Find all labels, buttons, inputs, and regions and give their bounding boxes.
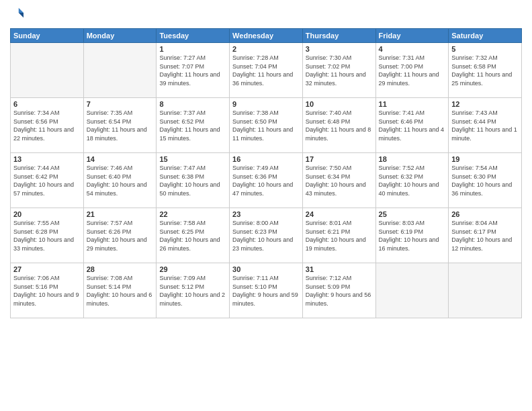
day-number: 29 bbox=[159, 265, 226, 273]
calendar-cell bbox=[83, 43, 157, 98]
calendar-page: SundayMondayTuesdayWednesdayThursdayFrid… bbox=[0, 0, 532, 411]
day-number: 12 bbox=[451, 100, 519, 108]
day-info: Sunrise: 7:41 AM Sunset: 6:46 PM Dayligh… bbox=[379, 109, 446, 142]
day-info: Sunrise: 8:04 AM Sunset: 6:17 PM Dayligh… bbox=[451, 219, 519, 253]
svg-marker-1 bbox=[19, 13, 24, 17]
day-info: Sunrise: 7:54 AM Sunset: 6:30 PM Dayligh… bbox=[451, 164, 519, 197]
calendar-cell: 26Sunrise: 8:04 AM Sunset: 6:17 PM Dayli… bbox=[449, 208, 522, 263]
weekday-header-sunday: Sunday bbox=[11, 29, 84, 43]
calendar-cell: 27Sunrise: 7:06 AM Sunset: 5:16 PM Dayli… bbox=[11, 263, 84, 318]
calendar-cell: 14Sunrise: 7:46 AM Sunset: 6:40 PM Dayli… bbox=[83, 153, 157, 208]
calendar-cell: 6Sunrise: 7:34 AM Sunset: 6:56 PM Daylig… bbox=[11, 98, 84, 153]
day-number: 11 bbox=[379, 100, 446, 108]
header bbox=[10, 7, 522, 23]
day-number: 3 bbox=[306, 45, 373, 53]
day-number: 24 bbox=[306, 210, 373, 218]
day-info: Sunrise: 8:03 AM Sunset: 6:19 PM Dayligh… bbox=[379, 219, 446, 253]
day-number: 30 bbox=[232, 265, 300, 273]
day-number: 15 bbox=[159, 155, 226, 163]
day-number: 4 bbox=[379, 45, 446, 53]
day-info: Sunrise: 7:27 AM Sunset: 7:07 PM Dayligh… bbox=[159, 54, 226, 87]
day-info: Sunrise: 8:01 AM Sunset: 6:21 PM Dayligh… bbox=[306, 219, 373, 253]
calendar-cell bbox=[11, 43, 84, 98]
calendar-cell: 12Sunrise: 7:43 AM Sunset: 6:44 PM Dayli… bbox=[449, 98, 522, 153]
calendar-cell: 7Sunrise: 7:35 AM Sunset: 6:54 PM Daylig… bbox=[83, 98, 157, 153]
logo bbox=[10, 7, 25, 23]
day-info: Sunrise: 7:47 AM Sunset: 6:38 PM Dayligh… bbox=[159, 164, 226, 197]
day-info: Sunrise: 7:49 AM Sunset: 6:36 PM Dayligh… bbox=[232, 164, 300, 197]
day-number: 22 bbox=[159, 210, 226, 218]
day-number: 20 bbox=[13, 210, 81, 218]
week-row-2: 6Sunrise: 7:34 AM Sunset: 6:56 PM Daylig… bbox=[11, 98, 522, 153]
week-row-5: 27Sunrise: 7:06 AM Sunset: 5:16 PM Dayli… bbox=[11, 263, 522, 318]
day-info: Sunrise: 7:43 AM Sunset: 6:44 PM Dayligh… bbox=[451, 109, 519, 142]
calendar-cell: 18Sunrise: 7:52 AM Sunset: 6:32 PM Dayli… bbox=[375, 153, 449, 208]
calendar-cell: 17Sunrise: 7:50 AM Sunset: 6:34 PM Dayli… bbox=[302, 153, 375, 208]
day-number: 25 bbox=[379, 210, 446, 218]
day-info: Sunrise: 7:38 AM Sunset: 6:50 PM Dayligh… bbox=[232, 109, 300, 142]
day-number: 9 bbox=[232, 100, 300, 108]
day-info: Sunrise: 7:12 AM Sunset: 5:09 PM Dayligh… bbox=[306, 274, 373, 308]
day-info: Sunrise: 7:57 AM Sunset: 6:26 PM Dayligh… bbox=[87, 219, 154, 253]
day-info: Sunrise: 7:40 AM Sunset: 6:48 PM Dayligh… bbox=[306, 109, 373, 142]
logo-icon bbox=[10, 7, 24, 20]
calendar-cell: 21Sunrise: 7:57 AM Sunset: 6:26 PM Dayli… bbox=[83, 208, 157, 263]
day-number: 7 bbox=[87, 100, 154, 108]
weekday-header-wednesday: Wednesday bbox=[230, 29, 303, 43]
calendar-cell: 20Sunrise: 7:55 AM Sunset: 6:28 PM Dayli… bbox=[11, 208, 84, 263]
calendar-cell bbox=[375, 263, 449, 318]
day-info: Sunrise: 7:11 AM Sunset: 5:10 PM Dayligh… bbox=[232, 274, 300, 308]
day-number: 16 bbox=[232, 155, 300, 163]
day-number: 26 bbox=[451, 210, 519, 218]
calendar-cell: 30Sunrise: 7:11 AM Sunset: 5:10 PM Dayli… bbox=[230, 263, 303, 318]
week-row-3: 13Sunrise: 7:44 AM Sunset: 6:42 PM Dayli… bbox=[11, 153, 522, 208]
day-number: 18 bbox=[379, 155, 446, 163]
calendar-cell: 3Sunrise: 7:30 AM Sunset: 7:02 PM Daylig… bbox=[302, 43, 375, 98]
day-info: Sunrise: 7:34 AM Sunset: 6:56 PM Dayligh… bbox=[13, 109, 81, 142]
calendar-cell: 22Sunrise: 7:58 AM Sunset: 6:25 PM Dayli… bbox=[157, 208, 230, 263]
day-number: 1 bbox=[159, 45, 226, 53]
day-number: 14 bbox=[87, 155, 154, 163]
day-info: Sunrise: 7:08 AM Sunset: 5:14 PM Dayligh… bbox=[87, 274, 154, 308]
calendar-cell: 31Sunrise: 7:12 AM Sunset: 5:09 PM Dayli… bbox=[302, 263, 375, 318]
day-info: Sunrise: 7:35 AM Sunset: 6:54 PM Dayligh… bbox=[87, 109, 154, 142]
calendar-cell: 24Sunrise: 8:01 AM Sunset: 6:21 PM Dayli… bbox=[302, 208, 375, 263]
calendar-table: SundayMondayTuesdayWednesdayThursdayFrid… bbox=[10, 28, 522, 318]
day-info: Sunrise: 7:46 AM Sunset: 6:40 PM Dayligh… bbox=[87, 164, 154, 197]
day-number: 2 bbox=[232, 45, 300, 53]
day-info: Sunrise: 7:06 AM Sunset: 5:16 PM Dayligh… bbox=[13, 274, 81, 308]
calendar-cell: 8Sunrise: 7:37 AM Sunset: 6:52 PM Daylig… bbox=[157, 98, 230, 153]
calendar-header: SundayMondayTuesdayWednesdayThursdayFrid… bbox=[11, 29, 522, 43]
week-row-4: 20Sunrise: 7:55 AM Sunset: 6:28 PM Dayli… bbox=[11, 208, 522, 263]
calendar-cell: 2Sunrise: 7:28 AM Sunset: 7:04 PM Daylig… bbox=[230, 43, 303, 98]
calendar-body: 1Sunrise: 7:27 AM Sunset: 7:07 PM Daylig… bbox=[11, 43, 522, 318]
week-row-1: 1Sunrise: 7:27 AM Sunset: 7:07 PM Daylig… bbox=[11, 43, 522, 98]
day-info: Sunrise: 7:58 AM Sunset: 6:25 PM Dayligh… bbox=[159, 219, 226, 253]
weekday-header-friday: Friday bbox=[375, 29, 449, 43]
calendar-cell: 16Sunrise: 7:49 AM Sunset: 6:36 PM Dayli… bbox=[230, 153, 303, 208]
weekday-header-saturday: Saturday bbox=[449, 29, 522, 43]
calendar-cell: 19Sunrise: 7:54 AM Sunset: 6:30 PM Dayli… bbox=[449, 153, 522, 208]
calendar-cell: 28Sunrise: 7:08 AM Sunset: 5:14 PM Dayli… bbox=[83, 263, 157, 318]
calendar-cell: 4Sunrise: 7:31 AM Sunset: 7:00 PM Daylig… bbox=[375, 43, 449, 98]
calendar-cell: 11Sunrise: 7:41 AM Sunset: 6:46 PM Dayli… bbox=[375, 98, 449, 153]
day-number: 13 bbox=[13, 155, 81, 163]
day-info: Sunrise: 7:55 AM Sunset: 6:28 PM Dayligh… bbox=[13, 219, 81, 253]
weekday-header-thursday: Thursday bbox=[302, 29, 375, 43]
day-info: Sunrise: 8:00 AM Sunset: 6:23 PM Dayligh… bbox=[232, 219, 300, 253]
calendar-cell: 1Sunrise: 7:27 AM Sunset: 7:07 PM Daylig… bbox=[157, 43, 230, 98]
calendar-cell: 10Sunrise: 7:40 AM Sunset: 6:48 PM Dayli… bbox=[302, 98, 375, 153]
day-info: Sunrise: 7:32 AM Sunset: 6:58 PM Dayligh… bbox=[451, 54, 519, 87]
calendar-cell: 9Sunrise: 7:38 AM Sunset: 6:50 PM Daylig… bbox=[230, 98, 303, 153]
day-number: 27 bbox=[13, 265, 81, 273]
calendar-cell: 5Sunrise: 7:32 AM Sunset: 6:58 PM Daylig… bbox=[449, 43, 522, 98]
calendar-cell: 13Sunrise: 7:44 AM Sunset: 6:42 PM Dayli… bbox=[11, 153, 84, 208]
day-number: 28 bbox=[87, 265, 154, 273]
day-number: 19 bbox=[451, 155, 519, 163]
day-info: Sunrise: 7:09 AM Sunset: 5:12 PM Dayligh… bbox=[159, 274, 226, 308]
day-number: 17 bbox=[306, 155, 373, 163]
day-number: 23 bbox=[232, 210, 300, 218]
calendar-cell: 25Sunrise: 8:03 AM Sunset: 6:19 PM Dayli… bbox=[375, 208, 449, 263]
day-info: Sunrise: 7:30 AM Sunset: 7:02 PM Dayligh… bbox=[306, 54, 373, 87]
svg-marker-0 bbox=[19, 8, 24, 13]
